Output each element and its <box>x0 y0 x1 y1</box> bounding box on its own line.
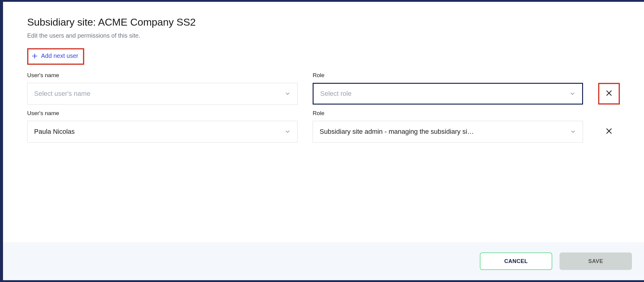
user-field: User's namePaula Nicolas <box>27 110 298 143</box>
save-button[interactable]: SAVE <box>560 252 632 270</box>
chevron-down-icon <box>285 91 291 97</box>
add-user-button[interactable]: Add next user <box>31 52 78 59</box>
plus-icon <box>31 53 38 59</box>
role-label: Role <box>313 72 583 79</box>
role-field: RoleSelect role <box>313 72 583 105</box>
user-label: User's name <box>27 72 298 79</box>
remove-cell <box>598 83 620 105</box>
add-user-label: Add next user <box>41 52 78 59</box>
user-field: User's nameSelect user's name <box>27 72 298 105</box>
chevron-down-icon <box>285 129 291 135</box>
user-select[interactable]: Select user's name <box>27 83 298 105</box>
user-label: User's name <box>27 110 298 117</box>
role-select-value: Select role <box>320 90 569 98</box>
page-subtitle: Edit the users and permissions of this s… <box>27 32 620 39</box>
chevron-down-icon <box>570 129 576 135</box>
remove-cell <box>598 121 620 143</box>
dialog-footer: CANCEL SAVE <box>3 242 644 280</box>
page-title: Subsidiary site: ACME Company SS2 <box>27 16 620 28</box>
cancel-button[interactable]: CANCEL <box>480 252 552 270</box>
role-select[interactable]: Select role <box>313 83 583 105</box>
role-select-value: Subsidiary site admin - managing the sub… <box>320 128 570 136</box>
user-select-value: Select user's name <box>34 90 285 98</box>
user-select[interactable]: Paula Nicolas <box>27 121 298 143</box>
role-label: Role <box>313 110 583 117</box>
user-select-value: Paula Nicolas <box>34 128 285 136</box>
remove-row-button[interactable] <box>598 121 620 143</box>
close-icon <box>605 127 613 136</box>
user-row: User's namePaula NicolasRoleSubsidiary s… <box>27 110 620 143</box>
remove-row-button[interactable] <box>598 83 620 105</box>
subsidiary-site-panel: Subsidiary site: ACME Company SS2 Edit t… <box>3 2 644 280</box>
role-select[interactable]: Subsidiary site admin - managing the sub… <box>313 121 583 143</box>
chevron-down-icon <box>569 91 575 97</box>
close-icon <box>605 89 613 98</box>
add-user-highlight: Add next user <box>27 48 84 65</box>
role-field: RoleSubsidiary site admin - managing the… <box>313 110 583 143</box>
user-row: User's nameSelect user's nameRoleSelect … <box>27 72 620 105</box>
